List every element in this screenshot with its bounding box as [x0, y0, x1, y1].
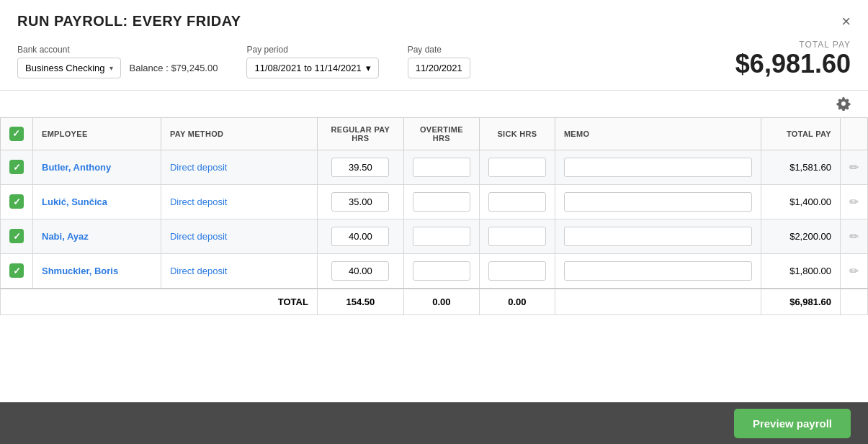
- row-edit-cell: ✏: [841, 219, 868, 253]
- total-pay-block: TOTAL PAY $6,981.60: [735, 40, 851, 78]
- pay-period-select[interactable]: 11/08/2021 to 11/14/2021 ▾: [246, 58, 378, 78]
- table-row: ✓ Butler, Anthony Direct deposit $1,581.…: [1, 150, 868, 184]
- header-memo: MEMO: [555, 117, 761, 150]
- bank-account-label: Bank account: [17, 45, 218, 55]
- total-pay-amount: $6,981.60: [735, 50, 851, 78]
- preview-payroll-button[interactable]: Preview payroll: [734, 409, 851, 438]
- overtime-hrs-input[interactable]: [413, 227, 470, 246]
- table-header-row: ✓ EMPLOYEE PAY METHOD REGULAR PAY HRS OV…: [1, 117, 868, 150]
- header-employee: EMPLOYEE: [33, 117, 161, 150]
- row-sick-hrs-cell: [479, 253, 555, 289]
- overtime-hrs-input[interactable]: [413, 192, 470, 212]
- employee-name-link[interactable]: Nabi, Ayaz: [42, 231, 89, 242]
- sick-hrs-input[interactable]: [488, 261, 546, 281]
- regular-hrs-input[interactable]: [331, 227, 389, 246]
- regular-hrs-input[interactable]: [331, 192, 389, 212]
- footer-bar: Preview payroll: [0, 402, 868, 444]
- row-pay-method: Direct deposit: [161, 150, 317, 184]
- row-total-pay: $1,581.60: [761, 150, 841, 184]
- row-regular-hrs-cell: [317, 184, 403, 219]
- row-pay-method: Direct deposit: [161, 184, 317, 219]
- bank-account-field: Bank account Business Checking ▾ Balance…: [17, 45, 218, 78]
- sick-hrs-input[interactable]: [488, 192, 546, 212]
- totals-label: TOTAL: [1, 289, 318, 315]
- pay-method-link[interactable]: Direct deposit: [170, 162, 227, 173]
- pay-period-label: Pay period: [246, 45, 378, 55]
- bank-account-select[interactable]: Business Checking ▾: [17, 58, 121, 78]
- row-checkbox[interactable]: ✓: [9, 194, 24, 209]
- row-memo-cell: [555, 150, 761, 184]
- row-check-cell: ✓: [1, 219, 33, 253]
- pay-method-link[interactable]: Direct deposit: [170, 266, 227, 276]
- run-payroll-modal: RUN PAYROLL: EVERY FRIDAY × Bank account…: [0, 0, 868, 444]
- row-total-pay: $1,800.00: [761, 253, 841, 289]
- row-memo-cell: [555, 219, 761, 253]
- payroll-table-container: ✓ EMPLOYEE PAY METHOD REGULAR PAY HRS OV…: [0, 117, 868, 402]
- row-check-cell: ✓: [1, 184, 33, 219]
- employee-name-link[interactable]: Lukić, Sunčica: [42, 196, 107, 207]
- row-pay-method: Direct deposit: [161, 219, 317, 253]
- memo-input[interactable]: [564, 227, 752, 246]
- row-check-cell: ✓: [1, 253, 33, 289]
- row-employee-name: Shmuckler, Boris: [33, 253, 161, 289]
- header-sick-hrs: SICK HRS: [479, 117, 555, 150]
- modal-header: RUN PAYROLL: EVERY FRIDAY ×: [0, 0, 868, 40]
- row-checkbox[interactable]: ✓: [9, 263, 24, 278]
- bank-account-value: Business Checking: [25, 63, 105, 73]
- overtime-hrs-input[interactable]: [413, 261, 470, 281]
- settings-row: [0, 91, 868, 117]
- header-overtime-hrs: OVERTIME HRS: [403, 117, 479, 150]
- employee-name-link[interactable]: Butler, Anthony: [42, 162, 111, 173]
- sick-hrs-input[interactable]: [488, 158, 546, 177]
- row-regular-hrs-cell: [317, 150, 403, 184]
- header-total-pay: TOTAL PAY: [761, 117, 841, 150]
- chevron-down-icon-period: ▾: [366, 63, 371, 73]
- totals-row: TOTAL 154.50 0.00 0.00 $6,981.60: [1, 289, 868, 315]
- memo-input[interactable]: [564, 261, 752, 281]
- balance-text: Balance : $79,245.00: [130, 63, 218, 73]
- memo-input[interactable]: [564, 192, 752, 212]
- row-regular-hrs-cell: [317, 253, 403, 289]
- pay-method-link[interactable]: Direct deposit: [170, 196, 227, 207]
- settings-button[interactable]: [836, 96, 851, 114]
- table-row: ✓ Nabi, Ayaz Direct deposit $2,200.00: [1, 219, 868, 253]
- sick-hrs-input[interactable]: [488, 227, 546, 246]
- pay-date-label: Pay date: [408, 45, 470, 55]
- row-pay-method: Direct deposit: [161, 253, 317, 289]
- totals-memo-empty: [555, 289, 761, 315]
- totals-overtime-hrs: 0.00: [403, 289, 479, 315]
- header-checkbox[interactable]: ✓: [9, 127, 24, 141]
- row-sick-hrs-cell: [479, 219, 555, 253]
- edit-icon[interactable]: ✏: [849, 230, 859, 243]
- table-row: ✓ Shmuckler, Boris Direct deposit $1,800…: [1, 253, 868, 289]
- employee-name-link[interactable]: Shmuckler, Boris: [42, 266, 118, 276]
- row-overtime-hrs-cell: [403, 184, 479, 219]
- pay-method-link[interactable]: Direct deposit: [170, 231, 227, 242]
- row-edit-cell: ✏: [841, 184, 868, 219]
- row-employee-name: Nabi, Ayaz: [33, 219, 161, 253]
- row-sick-hrs-cell: [479, 184, 555, 219]
- row-memo-cell: [555, 184, 761, 219]
- total-pay-label: TOTAL PAY: [735, 40, 851, 50]
- chevron-down-icon: ▾: [109, 64, 113, 72]
- edit-icon[interactable]: ✏: [849, 161, 859, 173]
- header-regular-hrs: REGULAR PAY HRS: [317, 117, 403, 150]
- row-checkbox[interactable]: ✓: [9, 229, 24, 243]
- regular-hrs-input[interactable]: [331, 261, 389, 281]
- row-sick-hrs-cell: [479, 150, 555, 184]
- memo-input[interactable]: [564, 158, 752, 177]
- totals-sick-hrs: 0.00: [479, 289, 555, 315]
- modal-title: RUN PAYROLL: EVERY FRIDAY: [17, 13, 241, 30]
- row-total-pay: $1,400.00: [761, 184, 841, 219]
- header-action: [841, 117, 868, 150]
- edit-icon[interactable]: ✏: [849, 196, 859, 208]
- top-bar: Bank account Business Checking ▾ Balance…: [0, 40, 868, 90]
- overtime-hrs-input[interactable]: [413, 158, 470, 177]
- row-overtime-hrs-cell: [403, 253, 479, 289]
- regular-hrs-input[interactable]: [331, 158, 389, 177]
- close-button[interactable]: ×: [841, 14, 851, 30]
- row-edit-cell: ✏: [841, 150, 868, 184]
- row-checkbox[interactable]: ✓: [9, 160, 24, 174]
- row-memo-cell: [555, 253, 761, 289]
- edit-icon[interactable]: ✏: [849, 265, 859, 277]
